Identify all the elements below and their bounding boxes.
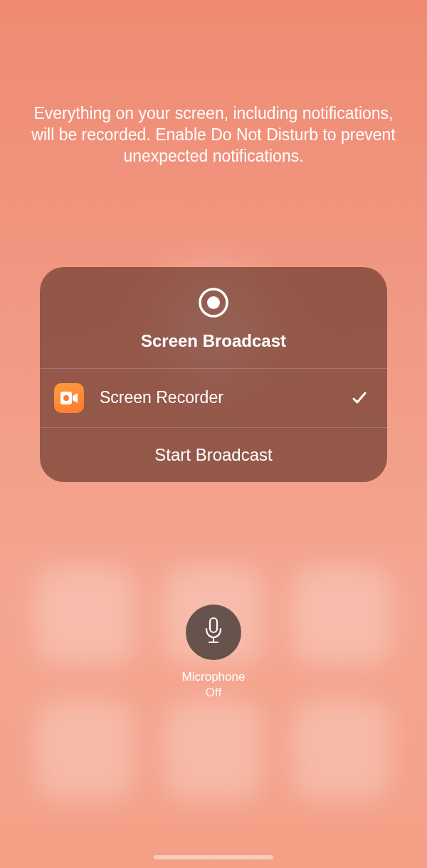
broadcast-card: Screen Broadcast Screen Recorder Start B… [40, 267, 387, 482]
start-broadcast-button[interactable]: Start Broadcast [40, 428, 387, 482]
microphone-label: Microphone [182, 670, 246, 684]
card-header: Screen Broadcast [40, 267, 387, 368]
app-selection-row[interactable]: Screen Recorder [40, 369, 387, 427]
app-label: Screen Recorder [100, 388, 350, 407]
start-broadcast-label: Start Broadcast [154, 445, 272, 465]
record-icon [198, 287, 229, 318]
checkmark-icon [350, 389, 369, 407]
home-indicator[interactable] [154, 855, 273, 859]
card-title: Screen Broadcast [141, 331, 286, 351]
svg-point-3 [63, 395, 69, 401]
screen-recorder-app-icon [54, 383, 84, 413]
microphone-icon [203, 617, 224, 648]
svg-point-1 [207, 296, 220, 309]
microphone-toggle-button[interactable] [186, 605, 241, 660]
svg-rect-4 [210, 618, 217, 632]
microphone-status: Off [206, 686, 221, 700]
microphone-section: Microphone Off [182, 605, 246, 700]
info-text: Everything on your screen, including not… [0, 103, 427, 167]
